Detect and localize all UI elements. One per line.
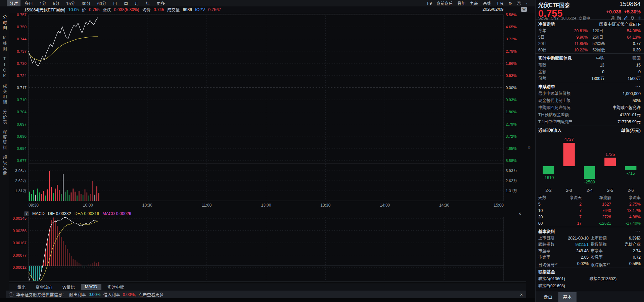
alert-bell-icon[interactable] — [630, 16, 635, 20]
panel-collapse-handle[interactable]: » — [528, 144, 531, 150]
panel-bottom-tabs: 盘口基本 — [536, 291, 644, 302]
macd-chart[interactable]: 0.003450.002560.001670.00077-0.00012 — [9, 217, 526, 282]
more-dots-icon[interactable]: ··· — [636, 84, 641, 89]
indicator-tab-资金流向[interactable]: 资金流向 — [32, 283, 56, 291]
tool-工具[interactable]: 工具 — [496, 0, 504, 6]
indicator-tab-量比[interactable]: 量比 — [13, 283, 30, 291]
period-tab-分时[interactable]: 分时 — [7, 0, 20, 7]
mini-window-icon[interactable]: W — [521, 7, 527, 12]
time-axis-label: 14:00 — [380, 203, 390, 208]
net-inflow-bar — [543, 166, 554, 174]
macd-close-icon[interactable]: × — [518, 211, 521, 216]
quote-time: 10:05 — [68, 7, 79, 12]
macd-readout: MACD 0.00026 — [102, 211, 131, 216]
period-tab-更多[interactable]: 更多 — [154, 0, 168, 7]
avg-value: 0.745 — [153, 7, 164, 12]
trading-app-window: 分时多日1分5分15分30分60分日周月年更多 F9盘前盘后叠加九转画线工具⚙?… — [0, 0, 644, 302]
sidebar-item-深度资料[interactable]: 深度资料 — [1, 130, 8, 150]
tool-叠加[interactable]: 叠加 — [457, 0, 465, 6]
volume-bar — [37, 188, 38, 201]
pct-axis-label: 1.86% — [506, 61, 517, 66]
volume-bar — [73, 188, 73, 201]
macd-help-icon[interactable]: ? — [24, 211, 29, 216]
subscribe-col-header: 申购 — [572, 55, 604, 61]
redeem-col-header: 赎回 — [604, 55, 641, 61]
volume-bar — [49, 171, 50, 201]
volume-bar — [53, 193, 53, 201]
period-tab-15分[interactable]: 15分 — [63, 0, 78, 7]
status-more-link[interactable]: 点击查看更多 — [138, 291, 164, 298]
period-tab-60分[interactable]: 60分 — [95, 0, 109, 7]
help-icon[interactable]: ? — [517, 1, 521, 5]
linked-funds-section: 联接基金 联接A(013601)联接C(013602)联接E(021698) — [536, 267, 644, 290]
net-inflow-bar-chart[interactable]: -16102-247372-3-25092-417252-5-7152-6 — [538, 134, 641, 194]
net-inflow-date: 2-4 — [587, 188, 593, 193]
time-axis-label: 09:30 — [29, 203, 39, 208]
volume-axis-label: 1.31万 — [15, 189, 27, 193]
server-time: 10:05:24 — [561, 16, 576, 20]
add-plus-icon[interactable] — [637, 16, 641, 20]
macd-axis-label: -0.00012 — [11, 265, 27, 269]
realtime-section-title: 实时申购赎回信息 — [538, 55, 572, 61]
period-tab-日[interactable]: 日 — [110, 0, 120, 7]
intraday-chart[interactable]: 0.7570.7500.7440.7370.7300.7240.7170.710… — [9, 13, 526, 209]
net-inflow-date: 2-2 — [546, 188, 552, 193]
indicator-tab-MACD[interactable]: MACD — [81, 284, 101, 290]
margin-status-bar[interactable]: ! 华泰证券融券通供需信息： 融出利率 0.00% 借入利率 0.00%, 点击… — [6, 291, 526, 298]
macd-title[interactable]: MACD — [32, 211, 45, 216]
basic-info-row: 跟踪指数931151指数简称光伏产业 — [538, 242, 641, 248]
panel-tab-基本[interactable]: 基本 — [558, 292, 577, 302]
volume-bar — [51, 187, 52, 201]
sidebar-item-分时图[interactable]: 分时图 — [1, 15, 8, 31]
net-inflow-value: -715 — [627, 171, 635, 176]
panel-tab-盘口[interactable]: 盘口 — [539, 292, 557, 302]
period-tab-30分[interactable]: 30分 — [79, 0, 93, 7]
nav-row: 20日11.85%52周高0.77 — [538, 41, 641, 47]
period-tab-5分[interactable]: 5分 — [50, 0, 62, 7]
settings-gear-icon[interactable]: ⚙ — [508, 1, 512, 6]
volume-bar — [43, 191, 44, 201]
lend-rate-value: 0.00% — [89, 292, 100, 297]
basic-more-dots-icon[interactable]: ··· — [636, 229, 641, 233]
volume-bar — [89, 196, 89, 201]
status-close-icon[interactable]: × — [520, 292, 523, 297]
volume-bar — [69, 195, 70, 201]
indicator-tab-实时申赎[interactable]: 实时申赎 — [103, 283, 128, 291]
tool-盘前盘后[interactable]: 盘前盘后 — [436, 0, 453, 6]
period-tab-1分[interactable]: 1分 — [37, 0, 49, 7]
iopv-label: IOPV — [195, 7, 205, 12]
price-axis-label: 0.750 — [17, 25, 27, 29]
expand-arrow-icon[interactable]: › — [526, 1, 527, 6]
linked-fund-item[interactable]: 联接C(013602) — [590, 275, 641, 283]
period-tab-周[interactable]: 周 — [121, 0, 131, 7]
nav-row: 5日9.90%250日64.13% — [538, 34, 641, 41]
period-tab-多日[interactable]: 多日 — [22, 0, 36, 7]
net-inflow-date: 2-3 — [566, 188, 572, 193]
volume-bar — [65, 192, 65, 201]
price-line — [29, 17, 98, 66]
period-tab-年[interactable]: 年 — [143, 0, 153, 7]
edit-pencil-icon[interactable] — [624, 16, 628, 20]
realtime-row: 笔数1315 — [538, 62, 641, 69]
volume-axis-label: 3.93万 — [15, 169, 27, 173]
linked-fund-item[interactable]: 联接A(013601) — [538, 275, 590, 283]
sidebar-item-TICK[interactable]: TICK — [2, 56, 7, 79]
tool-九转[interactable]: 九转 — [470, 0, 478, 6]
tool-画线[interactable]: 画线 — [483, 0, 491, 6]
volume-bar — [31, 194, 32, 201]
linked-fund-item[interactable]: 联接E(021698) — [538, 283, 590, 290]
linked-funds-title: 联接基金 — [538, 268, 555, 275]
sidebar-item-K线图[interactable]: K线图 — [1, 36, 8, 52]
securities-lending-badge: 融 — [617, 15, 621, 21]
lend-rate-label: 融出利率 — [69, 291, 86, 298]
sidebar-item-成交明细[interactable]: 成交明细 — [1, 84, 8, 105]
nav-row: 60日10.22%52周低0.39 — [538, 47, 641, 53]
pct-axis-label: 1.86% — [506, 110, 517, 114]
sidebar-item-超级复盘[interactable]: 超级复盘 — [1, 155, 8, 176]
sidebar-item-分价表[interactable]: 分价表 — [1, 110, 8, 125]
tool-F9[interactable]: F9 — [427, 1, 432, 6]
indicator-tab-W量比[interactable]: W量比 — [58, 283, 79, 291]
time-axis-label: 10:00 — [83, 203, 93, 208]
period-tab-月[interactable]: 月 — [132, 0, 142, 7]
pct-axis-label: 3.72% — [506, 37, 517, 41]
